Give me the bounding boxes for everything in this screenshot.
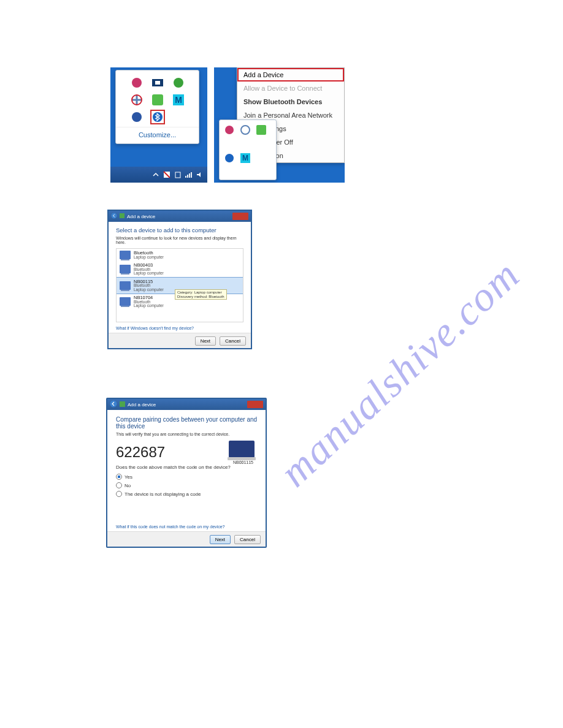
taskbar: [110, 167, 207, 183]
menu-add-device[interactable]: Add a Device: [237, 68, 344, 82]
tray-icon-app1-b[interactable]: [223, 124, 236, 136]
svg-point-12: [225, 126, 234, 134]
window-title: Add a device: [127, 214, 155, 219]
back-icon[interactable]: [110, 400, 117, 409]
back-icon[interactable]: [111, 213, 117, 220]
customize-link[interactable]: Customize...: [116, 127, 199, 143]
tray-icon-app4-b[interactable]: [239, 124, 251, 136]
svg-point-8: [132, 112, 142, 122]
device-tooltip: Category: Laptop computerDiscovery metho…: [175, 289, 227, 300]
radio-icon: [116, 482, 122, 488]
svg-point-20: [110, 401, 117, 408]
wizard-footer: Next Cancel: [107, 531, 266, 547]
svg-text:M: M: [175, 95, 182, 105]
titlebar: Add a device: [109, 211, 251, 222]
next-button[interactable]: Next: [210, 535, 231, 544]
device-list[interactable]: BluetoothLaptop computer NB00403Bluetoot…: [116, 248, 243, 322]
tray-icon-globe[interactable]: [131, 111, 143, 123]
tray-icon-bluetooth[interactable]: [150, 110, 165, 124]
app-icon: [120, 213, 124, 219]
svg-rect-14: [256, 125, 266, 135]
cancel-button[interactable]: Cancel: [234, 535, 261, 544]
cancel-button[interactable]: Cancel: [220, 336, 246, 346]
verify-text: This will verify that you are connecting…: [116, 432, 259, 436]
close-button[interactable]: [232, 213, 248, 220]
laptop-icon: [120, 281, 131, 290]
wizard-subtitle: Windows will continue to look for new de…: [116, 236, 243, 245]
svg-point-15: [225, 154, 234, 162]
laptop-icon: [120, 265, 131, 273]
wizard-body: Select a device to add to this computer …: [109, 222, 251, 333]
tray-icon-grid: M: [116, 70, 199, 127]
wizard-body: Compare pairing codes between your compu…: [107, 410, 266, 531]
laptop-icon: [229, 441, 255, 458]
tray-icon-m[interactable]: M: [172, 94, 185, 106]
screenshot-pairing-code: Add a device Compare pairing codes betwe…: [106, 398, 267, 548]
tray-icon-m-b[interactable]: M: [239, 152, 251, 164]
tray-icon-app3[interactable]: [172, 77, 185, 89]
match-question: Does the code above match the code on th…: [116, 464, 259, 470]
svg-text:M: M: [242, 154, 248, 162]
tray-icon-app1[interactable]: [131, 77, 143, 89]
window-title: Add a device: [128, 402, 156, 408]
svg-point-3: [174, 78, 183, 88]
menu-allow-connect: Allow a Device to Connect: [237, 82, 344, 95]
option-yes[interactable]: Yes: [116, 474, 259, 480]
volume-icon[interactable]: [196, 171, 204, 178]
screenshot-context-menu: Add a Device Allow a Device to Connect S…: [214, 67, 345, 183]
wizard-window: Add a device Select a device to add to t…: [107, 210, 252, 349]
wizard-heading: Compare pairing codes between your compu…: [116, 416, 259, 430]
close-button[interactable]: [247, 401, 263, 408]
device-row[interactable]: BluetoothLaptop computer: [117, 249, 243, 261]
svg-rect-19: [120, 213, 124, 218]
device-row[interactable]: NB00403BluetoothLaptop computer: [117, 261, 243, 278]
tray-icon-app5[interactable]: [151, 94, 164, 106]
svg-rect-21: [120, 401, 125, 407]
help-link[interactable]: What if Windows doesn't find my device?: [116, 326, 243, 330]
wizard-footer: Next Cancel: [109, 333, 251, 348]
svg-point-13: [241, 126, 250, 134]
network-icon[interactable]: [185, 171, 193, 178]
tray-chevron-icon[interactable]: [152, 171, 159, 178]
tray-icon-app4[interactable]: [131, 94, 143, 106]
partial-tray: M: [219, 119, 277, 180]
laptop-icon: [120, 251, 131, 259]
screenshot-tray: M Customize...: [110, 67, 207, 183]
screenshot-add-device-list: Add a device Select a device to add to t…: [107, 210, 252, 349]
svg-rect-2: [155, 81, 160, 85]
svg-point-18: [112, 213, 117, 219]
radio-icon: [116, 491, 122, 497]
laptop-icon: [120, 297, 131, 306]
action-center-icon[interactable]: [163, 171, 170, 178]
option-no[interactable]: No: [116, 482, 259, 488]
svg-rect-11: [175, 172, 180, 178]
next-button[interactable]: Next: [195, 336, 216, 346]
titlebar: Add a device: [107, 399, 266, 410]
app-icon: [120, 401, 125, 408]
tray-icon-app2[interactable]: [151, 77, 164, 89]
help-link[interactable]: What if this code does not match the cod…: [116, 525, 259, 529]
menu-show-devices[interactable]: Show Bluetooth Devices: [237, 95, 344, 108]
svg-rect-5: [152, 94, 163, 105]
battery-icon[interactable]: [174, 171, 182, 178]
svg-point-0: [132, 78, 142, 88]
tray-icon-bluetooth-b[interactable]: [223, 152, 236, 164]
tray-icon-app5-b[interactable]: [255, 124, 267, 136]
wizard-window: Add a device Compare pairing codes betwe…: [106, 398, 267, 548]
radio-icon: [116, 474, 122, 480]
wizard-heading: Select a device to add to this computer: [116, 227, 243, 233]
device-name-label: NB001115: [233, 460, 253, 464]
tray-popup: M Customize...: [115, 70, 199, 144]
watermark-text: manualshive.com: [270, 251, 529, 497]
option-not-displaying[interactable]: The device is not displaying a code: [116, 491, 259, 497]
